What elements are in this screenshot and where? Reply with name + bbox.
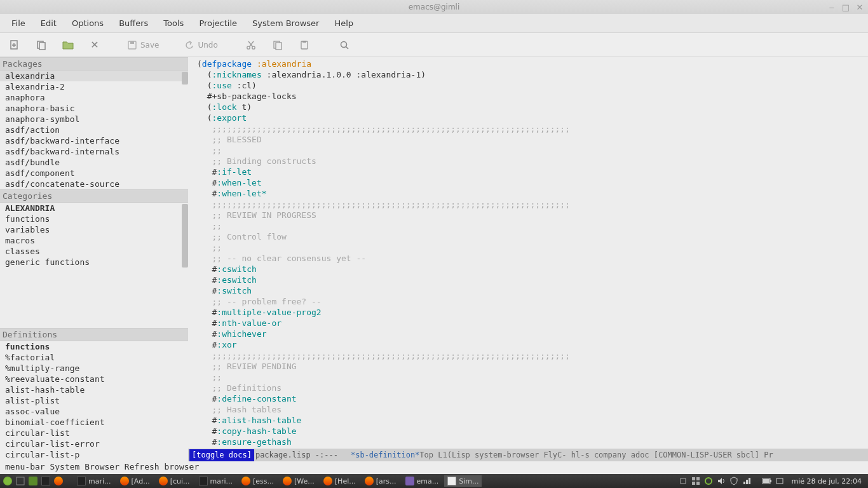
definition-item[interactable]: circular-list-error (0, 438, 188, 449)
taskbar-item[interactable]: [Ad... (117, 475, 153, 487)
definitions-header: Definitions (0, 328, 188, 341)
category-item[interactable]: classes (0, 246, 188, 257)
taskbar-item[interactable]: mari... (196, 475, 236, 487)
svg-rect-12 (276, 43, 281, 50)
taskbar-item[interactable]: Sim... (444, 475, 482, 487)
network-icon[interactable] (742, 476, 752, 486)
modeline-position: Top L1 (419, 450, 447, 461)
close-icon[interactable]: ✕ (855, 3, 864, 11)
copy-icon[interactable] (34, 38, 48, 52)
save-button[interactable]: Save (128, 41, 159, 50)
package-item[interactable]: alexandria-2 (0, 81, 188, 92)
definition-item[interactable]: %factorial (0, 352, 188, 363)
category-item[interactable]: generic functions (0, 257, 188, 268)
taskbar-item[interactable]: ema... (402, 475, 442, 487)
modeline-modes: (Lisp system-browser FlyC- hl-s company … (447, 450, 773, 461)
svg-rect-22 (696, 482, 700, 485)
start-menu-icon[interactable] (3, 476, 13, 486)
menubar: File Edit Options Buffers Tools Projecti… (0, 14, 868, 33)
definition-item[interactable]: %multiply-range (0, 363, 188, 374)
clock[interactable]: mié 28 de jul, 22:04 (787, 477, 865, 485)
sidebar: Packages alexandria alexandria-2 anaphor… (0, 57, 188, 461)
svg-rect-4 (39, 43, 45, 50)
new-file-icon[interactable] (8, 38, 22, 52)
terminal-icon[interactable] (41, 476, 51, 486)
paste-icon[interactable] (297, 38, 311, 52)
package-item[interactable]: asdf/backward-internals (0, 146, 188, 157)
definition-item[interactable]: alist-plist (0, 395, 188, 406)
package-item[interactable]: asdf/bundle (0, 157, 188, 168)
scrollbar[interactable] (182, 72, 188, 85)
menu-options[interactable]: Options (65, 16, 110, 30)
window-titlebar: emacs@gimli ‒ □ ✕ (0, 0, 868, 14)
maximize-icon[interactable]: □ (841, 3, 850, 11)
package-item[interactable]: asdf/action (0, 125, 188, 135)
taskbar-item[interactable]: [ars... (362, 475, 400, 487)
taskbar-item[interactable]: mari... (74, 475, 114, 487)
svg-point-15 (341, 41, 346, 47)
folder-icon[interactable] (61, 38, 75, 52)
package-item[interactable]: anaphora (0, 92, 188, 103)
modeline-buffer: *sb-definition* (351, 450, 419, 461)
category-item[interactable]: macros (0, 235, 188, 246)
svg-rect-19 (692, 477, 695, 480)
modeline: [toggle docs] package.lisp -:--- *sb-def… (188, 449, 868, 461)
menu-file[interactable]: File (5, 16, 32, 30)
volume-icon[interactable] (716, 476, 726, 486)
svg-point-23 (705, 478, 712, 484)
tray-icon[interactable] (678, 476, 688, 486)
svg-rect-27 (776, 478, 783, 484)
package-item[interactable]: alexandria (0, 71, 188, 81)
definition-item[interactable]: %reevaluate-constant (0, 374, 188, 384)
tray-icon[interactable] (691, 476, 701, 486)
cut-icon[interactable] (244, 38, 258, 52)
taskbar-item[interactable]: [We... (280, 475, 318, 487)
svg-line-16 (346, 46, 348, 49)
code-content: (defpackage :alexandria (:nicknames :ale… (188, 57, 868, 449)
battery-icon[interactable] (762, 476, 772, 486)
minibuffer[interactable]: menu-bar System Browser Refresh browser (0, 461, 868, 474)
menu-buffers[interactable]: Buffers (112, 16, 154, 30)
categories-header: Categories (0, 189, 188, 203)
taskbar-item[interactable]: [ess... (238, 475, 277, 487)
minimize-icon[interactable]: ‒ (827, 3, 836, 11)
menu-tools[interactable]: Tools (157, 16, 190, 30)
firefox-icon[interactable] (53, 476, 64, 486)
tray-icon[interactable] (775, 476, 785, 486)
menu-projectile[interactable]: Projectile (193, 16, 243, 30)
package-item[interactable]: asdf/concatenate-source (0, 179, 188, 189)
updates-icon[interactable] (703, 476, 714, 486)
package-item[interactable]: anaphora-symbol (0, 114, 188, 125)
copy-clipboard-icon[interactable] (271, 38, 285, 52)
package-item[interactable]: anaphora-basic (0, 103, 188, 114)
definition-item[interactable]: circular-list-p (0, 449, 188, 460)
close-file-icon[interactable]: ✕ (88, 38, 102, 52)
package-item[interactable]: asdf/backward-interface (0, 135, 188, 146)
menu-system-browser[interactable]: System Browser (246, 16, 325, 30)
svg-rect-18 (681, 478, 686, 484)
window-title: emacs@gimli (409, 3, 460, 11)
toggle-docs-button[interactable]: [toggle docs] (189, 449, 254, 461)
svg-rect-17 (17, 477, 24, 485)
package-item[interactable]: asdf/component (0, 168, 188, 179)
category-item[interactable]: functions (0, 214, 188, 224)
taskbar-item[interactable]: [Hel... (320, 475, 359, 487)
undo-button[interactable]: Undo (185, 41, 217, 50)
definition-item[interactable]: assoc-value (0, 406, 188, 417)
definition-item[interactable]: alist-hash-table (0, 384, 188, 395)
definition-item[interactable]: circular-list (0, 428, 188, 438)
menu-help[interactable]: Help (328, 16, 360, 30)
definition-item[interactable]: functions (0, 341, 188, 352)
menu-edit[interactable]: Edit (34, 16, 63, 30)
toolbar: ✕ Save Undo (0, 33, 868, 57)
show-desktop-icon[interactable] (15, 476, 25, 486)
shield-icon[interactable] (729, 476, 739, 486)
category-item[interactable]: variables (0, 224, 188, 235)
code-editor[interactable]: (defpackage :alexandria (:nicknames :ale… (188, 57, 868, 461)
category-item[interactable]: ALEXANDRIA (0, 203, 188, 214)
taskbar-item[interactable]: [cui... (156, 475, 193, 487)
definition-item[interactable]: binomial-coefficient (0, 417, 188, 428)
scrollbar[interactable] (182, 204, 188, 268)
files-icon[interactable] (28, 476, 38, 486)
search-icon[interactable] (337, 38, 351, 52)
